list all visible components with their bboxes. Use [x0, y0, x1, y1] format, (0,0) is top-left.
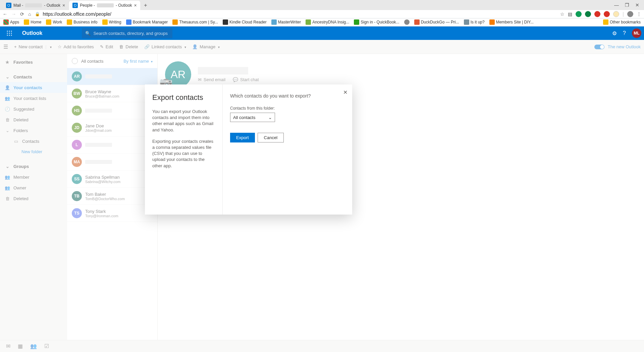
- search-input[interactable]: 🔍 Search contacts, directory, and groups: [82, 28, 172, 38]
- browser-chrome: O Mail - - Outlook × O People - - Outloo…: [0, 0, 644, 26]
- bookmarks-bar: Apps Home Work Business info Writing Boo…: [0, 18, 644, 27]
- outlook-favicon-icon: O: [72, 3, 78, 8]
- folder-select[interactable]: All contacts ⌄: [230, 113, 275, 122]
- svg-point-0: [7, 31, 8, 32]
- minimize-icon[interactable]: —: [614, 2, 619, 8]
- bookmark-item[interactable]: [404, 19, 410, 25]
- bookmark-item[interactable]: Work: [46, 19, 62, 25]
- separator: |: [623, 11, 624, 17]
- dialog-left-pane: Export contacts You can export your Outl…: [145, 84, 223, 215]
- back-icon[interactable]: ←: [3, 11, 7, 17]
- extension-icon[interactable]: [604, 11, 610, 17]
- other-bookmarks[interactable]: Other bookmarks: [603, 19, 641, 25]
- svg-point-5: [11, 33, 12, 34]
- bookmark-item[interactable]: Bookmark Manager: [126, 19, 168, 25]
- home-icon[interactable]: ⌂: [28, 11, 31, 17]
- site-icon: [354, 19, 359, 25]
- svg-point-3: [7, 33, 8, 34]
- dialog-title: Export contacts: [152, 93, 215, 102]
- export-button[interactable]: Export: [230, 133, 255, 142]
- site-icon: [414, 19, 420, 25]
- tab-strip: O Mail - - Outlook × O People - - Outloo…: [0, 0, 644, 10]
- site-icon: [172, 19, 178, 25]
- search-placeholder: Search contacts, directory, and groups: [93, 31, 168, 36]
- search-icon: 🔍: [85, 31, 91, 36]
- browser-tab-people[interactable]: O People - - Outlook ×: [69, 1, 140, 10]
- extension-icon[interactable]: [585, 11, 591, 17]
- svg-point-8: [11, 35, 12, 36]
- bookmark-item[interactable]: Thesaurus.com | Sy...: [172, 19, 218, 25]
- dialog-buttons: Export Cancel: [230, 133, 345, 142]
- tab-label: People -: [80, 3, 95, 8]
- tab-label-suffix: - Outlook: [44, 3, 60, 8]
- folder-icon: [67, 19, 72, 25]
- site-icon: [404, 19, 410, 25]
- bookmark-apps[interactable]: Apps: [3, 19, 19, 25]
- lock-icon: 🔒: [35, 12, 40, 16]
- profile-avatar-icon[interactable]: [627, 11, 633, 17]
- extension-icon[interactable]: [576, 11, 582, 17]
- star-icon: [126, 19, 131, 25]
- bookmark-item[interactable]: Kindle Cloud Reader: [223, 19, 267, 25]
- folder-icon: [102, 19, 108, 25]
- address-bar-row: ← → ⟳ ⌂ 🔒 https://outlook.office.com/peo…: [0, 10, 644, 18]
- site-icon: [464, 19, 469, 25]
- redacted-text: [25, 3, 42, 7]
- svg-point-4: [9, 33, 10, 34]
- bookmark-item[interactable]: AncestryDNA Insig...: [306, 19, 349, 25]
- reader-icon[interactable]: ▤: [568, 11, 572, 17]
- svg-point-2: [11, 31, 12, 32]
- svg-point-7: [9, 35, 10, 36]
- folder-icon: [46, 19, 51, 25]
- close-icon[interactable]: ×: [62, 3, 65, 8]
- dialog-description: You can export your Outlook contacts and…: [152, 109, 215, 133]
- app-title: Outlook: [22, 30, 42, 36]
- bookmark-item[interactable]: Sign in - QuickBook...: [354, 19, 399, 25]
- forward-icon[interactable]: →: [11, 11, 16, 17]
- bookmark-item[interactable]: Home: [24, 19, 41, 25]
- bookmark-item[interactable]: Members Site | DIY...: [489, 19, 534, 25]
- extension-icon[interactable]: [613, 11, 619, 17]
- extension-icon[interactable]: [594, 11, 600, 17]
- help-icon[interactable]: ?: [623, 30, 626, 36]
- window-controls: — ❐ ✕: [614, 0, 644, 10]
- bookmark-item[interactable]: Writing: [102, 19, 121, 25]
- cancel-button[interactable]: Cancel: [258, 133, 284, 142]
- bookmark-item[interactable]: MasterWriter: [271, 19, 301, 25]
- export-contacts-dialog: Export contacts You can export your Outl…: [145, 84, 352, 215]
- close-icon[interactable]: ×: [134, 3, 137, 8]
- bookmark-item[interactable]: Is it up?: [464, 19, 485, 25]
- site-icon: [271, 19, 277, 25]
- url-text: https://outlook.office.com/people/: [43, 11, 111, 17]
- address-bar[interactable]: 🔒 https://outlook.office.com/people/: [35, 11, 556, 17]
- select-label: Contacts from this folder:: [230, 106, 345, 111]
- tab-label-suffix: - Outlook: [116, 3, 132, 8]
- reload-icon[interactable]: ⟳: [20, 11, 24, 17]
- settings-icon[interactable]: ⚙: [612, 30, 617, 37]
- site-icon: [223, 19, 228, 25]
- svg-point-6: [7, 35, 8, 36]
- bookmark-item[interactable]: DuckDuckGo — Pri...: [414, 19, 459, 25]
- apps-icon: [3, 19, 9, 25]
- bookmark-item[interactable]: Business info: [67, 19, 97, 25]
- dialog-description-2: Exporting your contacts creates a comma …: [152, 138, 215, 169]
- folder-icon: [24, 19, 29, 25]
- browser-tab-mail[interactable]: O Mail - - Outlook ×: [3, 1, 68, 10]
- account-avatar[interactable]: ML: [632, 28, 641, 38]
- star-icon[interactable]: ☆: [560, 11, 565, 17]
- new-tab-button[interactable]: +: [141, 1, 150, 10]
- suite-bar: Outlook 🔍 Search contacts, directory, an…: [0, 26, 644, 40]
- toolbar-right: ☆ ▤ | ⋮: [560, 11, 641, 17]
- close-window-icon[interactable]: ✕: [635, 2, 639, 8]
- close-icon[interactable]: ✕: [343, 89, 347, 96]
- tab-label: Mail -: [13, 3, 23, 8]
- folder-icon: [603, 19, 608, 25]
- maximize-icon[interactable]: ❐: [625, 2, 629, 8]
- dialog-right-pane: ✕ Which contacts do you want to export? …: [223, 84, 352, 215]
- svg-point-1: [9, 31, 10, 32]
- menu-icon[interactable]: ⋮: [637, 11, 641, 17]
- site-icon: [306, 19, 311, 25]
- dialog-question: Which contacts do you want to export?: [230, 93, 345, 99]
- app-launcher-icon[interactable]: [3, 26, 16, 40]
- redacted-text: [97, 3, 114, 7]
